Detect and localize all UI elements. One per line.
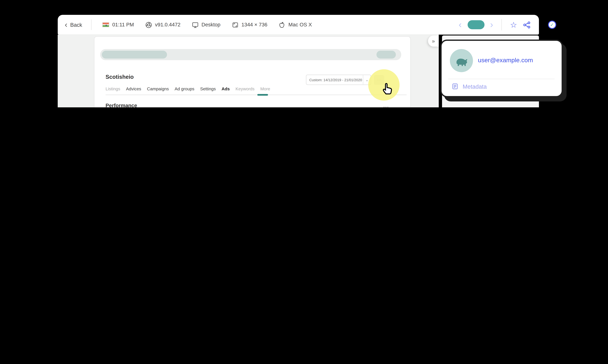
divider <box>501 19 502 30</box>
site-tab-advices[interactable]: Advices <box>126 86 141 91</box>
date-range-dropdown[interactable]: Custom: 14/12/2019 - 21/01/2020 ⌄ <box>306 75 371 85</box>
section-title: Performance <box>105 103 137 107</box>
app-stage: ‹ Back 01:11 PM v91.0.4472 Desktop 1344 … <box>0 0 608 107</box>
next-session-button[interactable]: › <box>490 20 493 29</box>
date-range-value: Custom: 14/12/2019 - 21/01/2020 <box>306 78 363 82</box>
device-type: Desktop <box>192 21 220 28</box>
back-button[interactable]: ‹ Back <box>58 21 91 28</box>
session-toolbar: ‹ Back 01:11 PM v91.0.4472 Desktop 1344 … <box>58 15 539 35</box>
session-time-label: 01:11 PM <box>112 22 134 28</box>
screen-resolution: 1344 × 736 <box>232 21 267 28</box>
india-flag-icon <box>102 22 109 27</box>
avatar <box>450 49 473 72</box>
chevron-left-icon: ‹ <box>65 20 67 28</box>
user-card: user@example.com Metadata <box>440 40 563 97</box>
page-title: Scotisheio <box>105 74 134 80</box>
browser-version-label: v91.0.4472 <box>155 22 181 28</box>
replay-player: Scotisheio Custom: 14/12/2019 - 21/01/20… <box>58 35 439 107</box>
resolution-label: 1344 × 736 <box>242 22 267 28</box>
document-icon <box>452 83 459 90</box>
replayed-page: Scotisheio Custom: 14/12/2019 - 21/01/20… <box>94 36 411 107</box>
site-tab-campaigns[interactable]: Campaigns <box>147 86 169 91</box>
tab-underline <box>105 94 406 95</box>
monitor-icon <box>192 21 199 28</box>
pointer-cursor-icon <box>381 81 395 95</box>
site-tab-keywords[interactable]: Keywords <box>235 86 255 91</box>
active-tab-indicator <box>257 94 268 96</box>
session-meta: 01:11 PM v91.0.4472 Desktop 1344 × 736 M… <box>92 21 312 28</box>
metadata-button[interactable]: Metadata <box>452 83 487 90</box>
toolbar-right: ‹ ✓ › ☆ <box>459 19 539 30</box>
chrome-icon <box>145 21 152 28</box>
divider <box>448 79 555 79</box>
site-nav-tabs: ListingsAdvicesCampaignsAd groupsSetting… <box>105 86 270 91</box>
device-label: Desktop <box>202 22 220 28</box>
resolution-icon <box>232 21 239 28</box>
share-icon[interactable] <box>523 21 531 28</box>
os-type: Mac OS X <box>278 21 312 28</box>
site-tab-ad-groups[interactable]: Ad groups <box>175 86 194 91</box>
metadata-label: Metadata <box>463 83 487 90</box>
back-label: Back <box>70 22 82 28</box>
browser-version: v91.0.4472 <box>145 21 181 28</box>
apple-icon <box>278 21 285 28</box>
prev-session-button[interactable]: ‹ <box>459 20 462 29</box>
session-time: 01:11 PM <box>102 22 134 28</box>
user-email[interactable]: user@example.com <box>478 56 533 64</box>
site-tab-listings[interactable]: Listings <box>105 86 120 91</box>
rhino-icon <box>453 53 469 68</box>
site-tab-more[interactable]: More <box>260 86 270 91</box>
section-menu-icon[interactable]: ⋯ <box>383 104 389 107</box>
favorite-star-icon[interactable]: ☆ <box>510 21 517 28</box>
site-tab-settings[interactable]: Settings <box>200 86 216 91</box>
os-label: Mac OS X <box>288 22 312 28</box>
replay-screen: Scotisheio Custom: 14/12/2019 - 21/01/20… <box>58 35 439 107</box>
address-bar-skeleton <box>100 49 401 60</box>
toggle-check-icon: ✓ <box>548 21 556 29</box>
collapse-panel-button[interactable]: » <box>428 36 439 47</box>
site-tab-ads[interactable]: Ads <box>221 86 230 91</box>
autoplay-toggle[interactable]: ✓ <box>467 20 484 29</box>
